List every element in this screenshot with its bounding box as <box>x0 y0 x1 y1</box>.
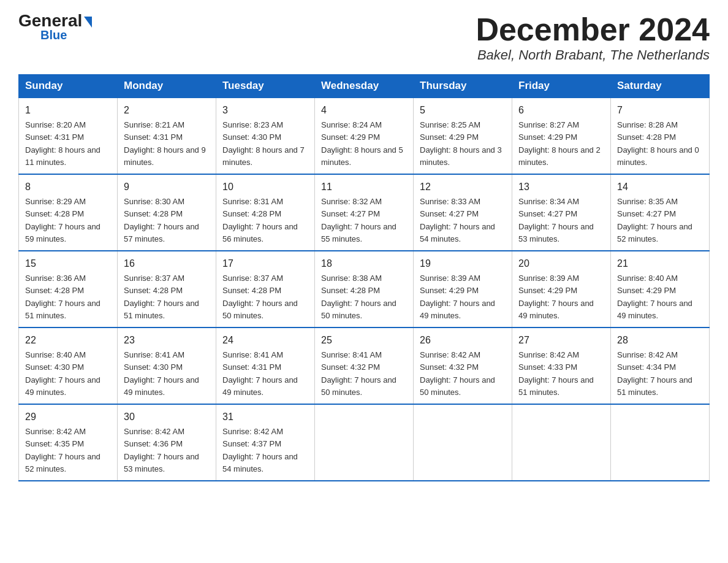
day-number: 8 <box>25 180 111 194</box>
day-number: 16 <box>124 256 210 271</box>
day-number: 27 <box>518 333 604 348</box>
day-info: Sunrise: 8:40 AMSunset: 4:29 PMDaylight:… <box>617 274 692 320</box>
calendar-cell: 23 Sunrise: 8:41 AMSunset: 4:30 PMDaylig… <box>118 327 216 404</box>
logo-general: General <box>18 12 82 29</box>
logo-triangle-icon <box>84 17 92 28</box>
calendar-cell: 11 Sunrise: 8:32 AMSunset: 4:27 PMDaylig… <box>315 174 414 251</box>
header-thursday: Thursday <box>414 75 512 98</box>
page-header: General Blue December 2024 Bakel, North … <box>18 12 710 63</box>
day-number: 15 <box>25 256 111 271</box>
day-number: 14 <box>617 180 703 194</box>
day-number: 2 <box>124 103 210 118</box>
day-info: Sunrise: 8:39 AMSunset: 4:29 PMDaylight:… <box>420 274 495 320</box>
calendar-cell: 18 Sunrise: 8:38 AMSunset: 4:28 PMDaylig… <box>315 251 414 327</box>
calendar-cell: 6 Sunrise: 8:27 AMSunset: 4:29 PMDayligh… <box>512 98 611 174</box>
calendar-cell: 15 Sunrise: 8:36 AMSunset: 4:28 PMDaylig… <box>19 251 118 327</box>
calendar-cell: 3 Sunrise: 8:23 AMSunset: 4:30 PMDayligh… <box>216 98 315 174</box>
calendar-cell: 1 Sunrise: 8:20 AMSunset: 4:31 PMDayligh… <box>19 98 118 174</box>
day-number: 21 <box>617 256 703 271</box>
day-info: Sunrise: 8:34 AMSunset: 4:27 PMDaylight:… <box>518 197 594 243</box>
calendar-cell: 20 Sunrise: 8:39 AMSunset: 4:29 PMDaylig… <box>512 251 611 327</box>
calendar-week-2: 8 Sunrise: 8:29 AMSunset: 4:28 PMDayligh… <box>19 174 710 251</box>
day-info: Sunrise: 8:36 AMSunset: 4:28 PMDaylight:… <box>25 274 100 320</box>
calendar-cell: 5 Sunrise: 8:25 AMSunset: 4:29 PMDayligh… <box>414 98 512 174</box>
calendar-cell <box>611 404 710 481</box>
calendar-cell: 19 Sunrise: 8:39 AMSunset: 4:29 PMDaylig… <box>414 251 512 327</box>
day-number: 24 <box>222 333 308 348</box>
calendar-cell: 22 Sunrise: 8:40 AMSunset: 4:30 PMDaylig… <box>19 327 118 404</box>
calendar-week-4: 22 Sunrise: 8:40 AMSunset: 4:30 PMDaylig… <box>19 327 710 404</box>
calendar-cell: 13 Sunrise: 8:34 AMSunset: 4:27 PMDaylig… <box>512 174 611 251</box>
day-info: Sunrise: 8:38 AMSunset: 4:28 PMDaylight:… <box>321 274 396 320</box>
location: Bakel, North Brabant, The Netherlands <box>476 47 710 63</box>
day-info: Sunrise: 8:37 AMSunset: 4:28 PMDaylight:… <box>124 274 199 320</box>
day-info: Sunrise: 8:41 AMSunset: 4:31 PMDaylight:… <box>222 350 298 397</box>
day-number: 13 <box>518 180 604 194</box>
calendar-cell: 9 Sunrise: 8:30 AMSunset: 4:28 PMDayligh… <box>118 174 216 251</box>
day-info: Sunrise: 8:30 AMSunset: 4:28 PMDaylight:… <box>124 197 199 243</box>
day-info: Sunrise: 8:42 AMSunset: 4:36 PMDaylight:… <box>124 427 199 473</box>
day-number: 6 <box>518 103 604 118</box>
calendar-cell <box>512 404 611 481</box>
calendar-cell: 14 Sunrise: 8:35 AMSunset: 4:27 PMDaylig… <box>611 174 710 251</box>
day-number: 1 <box>25 103 111 118</box>
day-info: Sunrise: 8:42 AMSunset: 4:34 PMDaylight:… <box>617 350 692 397</box>
day-info: Sunrise: 8:39 AMSunset: 4:29 PMDaylight:… <box>518 274 594 320</box>
calendar-cell: 29 Sunrise: 8:42 AMSunset: 4:35 PMDaylig… <box>19 404 118 481</box>
header-friday: Friday <box>512 75 611 98</box>
calendar-cell: 30 Sunrise: 8:42 AMSunset: 4:36 PMDaylig… <box>118 404 216 481</box>
day-info: Sunrise: 8:28 AMSunset: 4:28 PMDaylight:… <box>617 120 699 167</box>
calendar-week-1: 1 Sunrise: 8:20 AMSunset: 4:31 PMDayligh… <box>19 98 710 174</box>
calendar-table: SundayMondayTuesdayWednesdayThursdayFrid… <box>18 74 710 481</box>
day-info: Sunrise: 8:41 AMSunset: 4:32 PMDaylight:… <box>321 350 396 397</box>
calendar-header-row: SundayMondayTuesdayWednesdayThursdayFrid… <box>19 75 710 98</box>
calendar-cell: 26 Sunrise: 8:42 AMSunset: 4:32 PMDaylig… <box>414 327 512 404</box>
calendar-cell: 2 Sunrise: 8:21 AMSunset: 4:31 PMDayligh… <box>118 98 216 174</box>
header-tuesday: Tuesday <box>216 75 315 98</box>
day-info: Sunrise: 8:37 AMSunset: 4:28 PMDaylight:… <box>222 274 298 320</box>
calendar-week-5: 29 Sunrise: 8:42 AMSunset: 4:35 PMDaylig… <box>19 404 710 481</box>
day-number: 20 <box>518 256 604 271</box>
calendar-cell: 21 Sunrise: 8:40 AMSunset: 4:29 PMDaylig… <box>611 251 710 327</box>
day-number: 10 <box>222 180 308 194</box>
calendar-cell: 10 Sunrise: 8:31 AMSunset: 4:28 PMDaylig… <box>216 174 315 251</box>
day-info: Sunrise: 8:42 AMSunset: 4:37 PMDaylight:… <box>222 427 298 473</box>
day-info: Sunrise: 8:31 AMSunset: 4:28 PMDaylight:… <box>222 197 298 243</box>
day-number: 19 <box>420 256 506 271</box>
day-info: Sunrise: 8:32 AMSunset: 4:27 PMDaylight:… <box>321 197 396 243</box>
day-info: Sunrise: 8:33 AMSunset: 4:27 PMDaylight:… <box>420 197 495 243</box>
day-number: 9 <box>124 180 210 194</box>
calendar-cell: 17 Sunrise: 8:37 AMSunset: 4:28 PMDaylig… <box>216 251 315 327</box>
calendar-cell: 16 Sunrise: 8:37 AMSunset: 4:28 PMDaylig… <box>118 251 216 327</box>
calendar-cell: 8 Sunrise: 8:29 AMSunset: 4:28 PMDayligh… <box>19 174 118 251</box>
title-block: December 2024 Bakel, North Brabant, The … <box>476 12 710 63</box>
logo: General Blue <box>18 12 92 42</box>
day-number: 23 <box>124 333 210 348</box>
calendar-cell <box>414 404 512 481</box>
day-number: 11 <box>321 180 407 194</box>
day-info: Sunrise: 8:42 AMSunset: 4:33 PMDaylight:… <box>518 350 594 397</box>
day-info: Sunrise: 8:20 AMSunset: 4:31 PMDaylight:… <box>25 120 100 167</box>
day-number: 25 <box>321 333 407 348</box>
day-number: 12 <box>420 180 506 194</box>
calendar-cell: 12 Sunrise: 8:33 AMSunset: 4:27 PMDaylig… <box>414 174 512 251</box>
calendar-cell: 27 Sunrise: 8:42 AMSunset: 4:33 PMDaylig… <box>512 327 611 404</box>
header-monday: Monday <box>118 75 216 98</box>
calendar-cell: 31 Sunrise: 8:42 AMSunset: 4:37 PMDaylig… <box>216 404 315 481</box>
day-number: 7 <box>617 103 703 118</box>
day-number: 28 <box>617 333 703 348</box>
day-number: 26 <box>420 333 506 348</box>
day-info: Sunrise: 8:35 AMSunset: 4:27 PMDaylight:… <box>617 197 692 243</box>
day-number: 5 <box>420 103 506 118</box>
day-number: 4 <box>321 103 407 118</box>
day-info: Sunrise: 8:27 AMSunset: 4:29 PMDaylight:… <box>518 120 601 167</box>
day-info: Sunrise: 8:23 AMSunset: 4:30 PMDaylight:… <box>222 120 305 167</box>
header-wednesday: Wednesday <box>315 75 414 98</box>
calendar-cell: 24 Sunrise: 8:41 AMSunset: 4:31 PMDaylig… <box>216 327 315 404</box>
calendar-cell: 28 Sunrise: 8:42 AMSunset: 4:34 PMDaylig… <box>611 327 710 404</box>
header-sunday: Sunday <box>19 75 118 98</box>
day-info: Sunrise: 8:42 AMSunset: 4:35 PMDaylight:… <box>25 427 100 473</box>
calendar-week-3: 15 Sunrise: 8:36 AMSunset: 4:28 PMDaylig… <box>19 251 710 327</box>
logo-blue: Blue <box>40 28 67 42</box>
day-number: 17 <box>222 256 308 271</box>
